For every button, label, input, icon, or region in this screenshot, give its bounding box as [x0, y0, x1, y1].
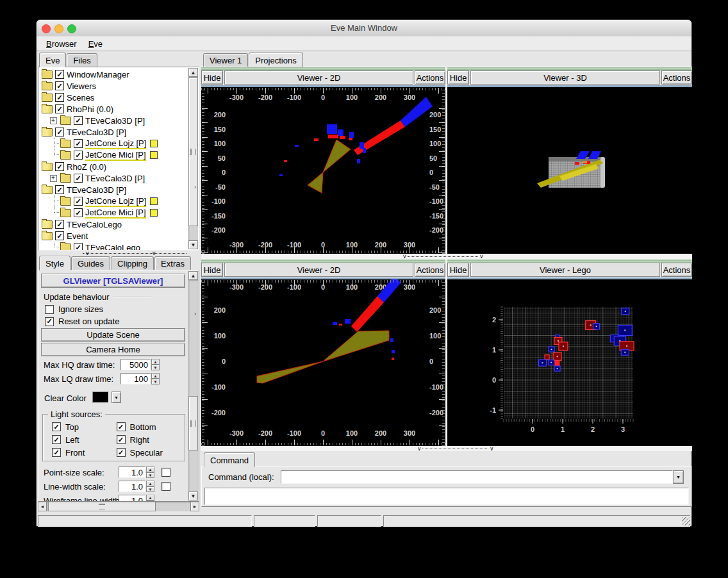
- command-dropdown-button[interactable]: ▼: [673, 470, 684, 484]
- color-swatch[interactable]: [150, 151, 158, 159]
- reset-on-update-checkbox[interactable]: ✓: [45, 317, 54, 326]
- tree-item[interactable]: ✓RhoPhi (0.0): [40, 103, 188, 115]
- scale-row-stepper[interactable]: ▲▼: [146, 467, 154, 478]
- clear-color-dropdown[interactable]: ▼: [112, 392, 121, 403]
- scene-tree[interactable]: ✓WindowManager✓Viewers✓Scenes✓RhoPhi (0.…: [38, 67, 199, 251]
- light-front-checkbox[interactable]: ✓: [52, 448, 61, 457]
- command-combobox[interactable]: ▼: [281, 470, 684, 484]
- actions-button[interactable]: Actions: [661, 70, 692, 85]
- tab-extras[interactable]: Extras: [154, 256, 191, 270]
- command-input[interactable]: [281, 470, 673, 484]
- pane-splitter[interactable]: ∨∨: [201, 446, 692, 451]
- tree-item[interactable]: ✓WindowManager: [40, 69, 188, 80]
- tree-item[interactable]: ✓Scenes: [40, 92, 188, 103]
- scroll-track[interactable]: [188, 280, 198, 491]
- resize-grip-icon[interactable]: [682, 517, 690, 525]
- tree-item-checkbox[interactable]: ✓: [55, 93, 64, 102]
- update-scene-button[interactable]: Update Scene: [41, 328, 185, 342]
- tree-item[interactable]: ✓TEveCalo3D [P]: [40, 172, 188, 184]
- max-hq-input[interactable]: 5000: [120, 359, 151, 370]
- scale-row-checkbox[interactable]: [161, 468, 170, 477]
- tree-item-checkbox[interactable]: ✓: [74, 151, 83, 160]
- scroll-thumb[interactable]: [188, 396, 198, 450]
- scroll-right-button[interactable]: ►: [190, 502, 199, 511]
- tree-splitter[interactable]: ∨ ∨: [38, 251, 199, 256]
- light-top-checkbox[interactable]: ✓: [52, 422, 61, 431]
- tree-item-checkbox[interactable]: ✓: [55, 220, 64, 229]
- camera-home-button[interactable]: Camera Home: [41, 343, 185, 356]
- title-bar[interactable]: Eve Main Window: [37, 20, 691, 37]
- scroll-left-button[interactable]: ◄: [38, 502, 47, 511]
- tree-item-checkbox[interactable]: ✓: [55, 231, 64, 240]
- tree-item-checkbox[interactable]: ✓: [55, 104, 64, 113]
- splitter-arrow-icon[interactable]: ›: [194, 312, 196, 316]
- tree-item[interactable]: ✓Viewers: [40, 80, 188, 92]
- tree-item-checkbox[interactable]: ✓: [74, 116, 83, 125]
- glviewer-header-button[interactable]: GLViewer [TGLSAViewer]: [41, 274, 185, 288]
- tree-item-checkbox[interactable]: ✓: [55, 81, 64, 90]
- light-bottom-checkbox[interactable]: ✓: [117, 422, 126, 431]
- tree-item[interactable]: ✓TEveCaloLego: [40, 219, 188, 230]
- actions-button[interactable]: Actions: [415, 263, 445, 277]
- tree-item-checkbox[interactable]: ✓: [74, 208, 83, 217]
- scroll-up-button[interactable]: ▲: [188, 271, 198, 280]
- scale-row-input[interactable]: 1.0: [119, 481, 145, 492]
- tree-item[interactable]: ✓JetCone Mici [P]: [40, 149, 188, 161]
- tree-item-checkbox[interactable]: ✓: [74, 197, 83, 206]
- tree-item-checkbox[interactable]: ✓: [55, 162, 64, 171]
- tree-item-checkbox[interactable]: ✓: [55, 70, 64, 79]
- menu-browser[interactable]: Browser: [41, 38, 82, 50]
- tree-item[interactable]: ✓TEveCalo3D [P]: [40, 126, 188, 138]
- hide-button[interactable]: Hide: [201, 263, 223, 277]
- scale-row-input[interactable]: 1.0: [119, 495, 145, 502]
- tree-item-checkbox[interactable]: ✓: [55, 185, 64, 194]
- light-specular-checkbox[interactable]: ✓: [117, 448, 126, 457]
- splitter-arrow-icon[interactable]: ∨: [490, 447, 494, 450]
- tree-scrollbar[interactable]: ▲▼: [188, 68, 198, 249]
- scale-row-stepper[interactable]: ▲▼: [146, 495, 154, 502]
- scale-row-input[interactable]: 1.0: [119, 467, 145, 478]
- hide-button[interactable]: Hide: [201, 70, 223, 85]
- splitter-arrow-icon[interactable]: ›: [194, 185, 196, 189]
- ignore-sizes-checkbox[interactable]: [45, 305, 54, 314]
- tree-item-checkbox[interactable]: ✓: [55, 128, 64, 136]
- menu-eve[interactable]: Eve: [83, 38, 108, 50]
- tree-item[interactable]: ✓JetCone Mici [P]: [40, 207, 188, 219]
- splitter-arrow-icon[interactable]: ∨: [479, 254, 484, 258]
- left-horizontal-scrollbar[interactable]: ◄►: [38, 502, 199, 511]
- splitter-arrow-icon[interactable]: ∨: [402, 254, 407, 258]
- tab-eve[interactable]: Eve: [39, 53, 66, 67]
- color-swatch[interactable]: [150, 209, 158, 217]
- hide-button[interactable]: Hide: [447, 70, 469, 85]
- gl-viewport-lego[interactable]: 0123210-1: [447, 279, 692, 446]
- gl-viewport-rhoz[interactable]: -300-300-200-200-100-1000010010020020030…: [201, 279, 445, 446]
- gl-viewport-calo3d[interactable]: [447, 87, 692, 254]
- hide-button[interactable]: Hide: [447, 263, 469, 277]
- light-right-checkbox[interactable]: ✓: [117, 435, 126, 444]
- tree-item[interactable]: ✓TEveCalo3D [P]: [40, 115, 188, 126]
- tree-item[interactable]: ✓Event: [40, 230, 188, 242]
- scale-row-checkbox[interactable]: [161, 482, 170, 491]
- tab-style[interactable]: Style: [39, 256, 70, 270]
- expander-plus-icon[interactable]: [50, 175, 57, 182]
- tab-viewer-1[interactable]: Viewer 1: [203, 53, 248, 67]
- tab-projections[interactable]: Projections: [249, 53, 302, 67]
- actions-button[interactable]: Actions: [661, 263, 692, 277]
- max-lq-stepper[interactable]: ▲▼: [151, 373, 160, 384]
- color-swatch[interactable]: [150, 140, 158, 147]
- color-swatch[interactable]: [150, 197, 158, 205]
- tree-item-checkbox[interactable]: ✓: [74, 139, 83, 148]
- tree-item[interactable]: ✓JetCone Lojz [P]: [40, 138, 188, 149]
- tree-item[interactable]: ✓RhoZ (0.0): [40, 161, 188, 172]
- tree-item[interactable]: ✓JetCone Lojz [P]: [40, 195, 188, 207]
- gl-viewport-rhophi[interactable]: -300-300-200-200-100-1000010010020020030…: [201, 87, 445, 254]
- light-left-checkbox[interactable]: ✓: [52, 435, 61, 444]
- max-lq-input[interactable]: 100: [120, 373, 151, 384]
- scale-row-stepper[interactable]: ▲▼: [146, 481, 154, 492]
- actions-button[interactable]: Actions: [415, 70, 445, 85]
- expander-plus-icon[interactable]: [50, 117, 57, 124]
- scroll-up-button[interactable]: ▲: [188, 68, 198, 77]
- pane-splitter[interactable]: ∨∨: [201, 254, 692, 259]
- tree-item-checkbox[interactable]: ✓: [74, 243, 83, 250]
- scroll-down-button[interactable]: ▼: [188, 240, 198, 249]
